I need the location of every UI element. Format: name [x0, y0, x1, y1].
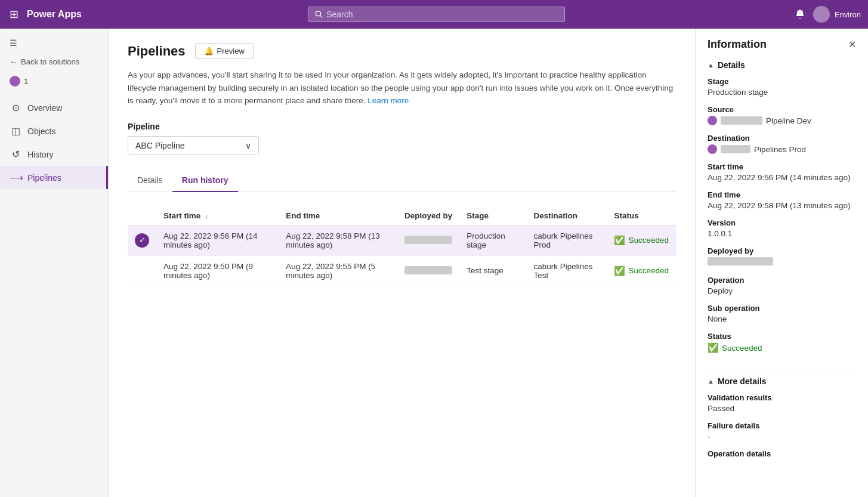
- sidebar-toggle[interactable]: ☰: [0, 33, 108, 53]
- row1-status: ✅ Succeeded: [607, 225, 676, 255]
- status-value: Succeeded: [722, 344, 762, 353]
- info-panel-header: Information ✕: [708, 38, 856, 51]
- close-button[interactable]: ✕: [848, 39, 856, 50]
- tab-run-history[interactable]: Run history: [172, 169, 238, 192]
- row1-start-time: Aug 22, 2022 9:56 PM (14 minutes ago): [156, 225, 279, 255]
- preview-button[interactable]: 🔔 Preview: [195, 43, 254, 59]
- status-succeeded: ✅ Succeeded: [614, 235, 669, 246]
- deployed-by-panel-blurred: [708, 257, 773, 266]
- failure-label: Failure details: [708, 421, 856, 430]
- pipeline-value: ABC Pipeline: [135, 141, 185, 150]
- chevron-down-icon: ∨: [245, 141, 251, 150]
- check-circle-icon: ✓: [135, 233, 149, 248]
- objects-icon: ◫: [10, 125, 21, 137]
- destination-blurred: [721, 145, 750, 153]
- info-status: Status ✅ Succeeded: [708, 332, 856, 353]
- search-input[interactable]: [326, 10, 558, 19]
- col-check: [128, 206, 156, 226]
- pipeline-label: Pipeline: [128, 122, 676, 131]
- svg-point-0: [316, 11, 320, 16]
- description-text: As your app advances, you'll start shari…: [128, 69, 676, 107]
- details-section-toggle[interactable]: ▲ Details: [708, 60, 856, 70]
- row2-stage: Test stage: [459, 255, 526, 286]
- table-row[interactable]: Aug 22, 2022 9:50 PM (9 minutes ago) Aug…: [128, 255, 676, 286]
- source-blurred: [721, 116, 762, 125]
- row2-destination: caburk Pipelines Test: [527, 255, 607, 286]
- row1-deployed-by: [397, 225, 459, 255]
- row2-status: ✅ Succeeded: [607, 255, 676, 286]
- table: Start time ↓ End time Deployed by Stage: [128, 206, 676, 286]
- failure-value: -: [708, 432, 856, 441]
- main-layout: ☰ ← Back to solutions 1 ⊙ Overview ◫ Obj…: [0, 29, 868, 497]
- end-time-label: End time: [708, 190, 856, 199]
- sidebar-item-objects[interactable]: ◫ Objects: [0, 119, 108, 143]
- version-value: 1.0.0.1: [708, 229, 856, 238]
- status-succeeded-panel: ✅ Succeeded: [708, 342, 856, 353]
- sidebar-item-pipelines[interactable]: ⟶ Pipelines: [0, 166, 108, 189]
- check-green-icon-2: ✅: [614, 266, 625, 276]
- col-destination: Destination: [527, 206, 607, 226]
- stage-value: Production stage: [708, 88, 856, 97]
- info-operation: Operation Deploy: [708, 276, 856, 295]
- deployed-by-label: Deployed by: [708, 246, 856, 255]
- row1-check: ✓: [128, 225, 156, 255]
- col-deployed-by: Deployed by: [397, 206, 459, 226]
- sidebar-item-overview[interactable]: ⊙ Overview: [0, 96, 108, 119]
- env-dot: [10, 76, 20, 87]
- status-label: Status: [708, 332, 856, 341]
- tabs: Details Run history: [128, 169, 676, 192]
- info-source: Source Pipeline Dev: [708, 105, 856, 125]
- more-details-label: More details: [718, 376, 767, 386]
- overview-icon: ⊙: [10, 102, 21, 113]
- row1-destination: caburk Pipelines Prod: [527, 225, 607, 255]
- col-stage: Stage: [459, 206, 526, 226]
- bell-icon[interactable]: [792, 6, 808, 23]
- back-label: Back to solutions: [21, 57, 79, 66]
- info-operation-details: Operation details: [708, 449, 856, 460]
- sidebar-nav: ⊙ Overview ◫ Objects ↺ History ⟶ Pipelin…: [0, 96, 108, 189]
- col-status: Status: [607, 206, 676, 226]
- back-to-solutions[interactable]: ← Back to solutions: [0, 53, 108, 71]
- deployed-by-blurred-2: [404, 266, 452, 274]
- sidebar-item-label-history: History: [27, 150, 54, 159]
- content-area: Pipelines 🔔 Preview As your app advances…: [109, 29, 695, 497]
- destination-text: Pipelines Prod: [754, 145, 806, 154]
- preview-icon: 🔔: [204, 47, 214, 55]
- info-panel: Information ✕ ▲ Details Stage Production…: [695, 29, 868, 497]
- sidebar-item-label-objects: Objects: [27, 126, 55, 136]
- avatar-icon[interactable]: [813, 6, 830, 23]
- source-dot-icon: [708, 116, 717, 125]
- start-time-value: Aug 22, 2022 9:56 PM (14 minutes ago): [708, 173, 856, 182]
- table-header-row: Start time ↓ End time Deployed by Stage: [128, 206, 676, 226]
- info-sub-operation: Sub operation None: [708, 304, 856, 323]
- divider: [708, 369, 856, 369]
- row2-end-time: Aug 22, 2022 9:55 PM (5 minutes ago): [279, 255, 397, 286]
- info-failure: Failure details -: [708, 421, 856, 441]
- sidebar-item-history[interactable]: ↺ History: [0, 143, 108, 166]
- svg-line-1: [320, 16, 322, 17]
- destination-value-row: Pipelines Prod: [708, 144, 856, 154]
- back-icon: ←: [10, 57, 17, 66]
- row2-start-time: Aug 22, 2022 9:50 PM (9 minutes ago): [156, 255, 279, 286]
- operation-label: Operation: [708, 276, 856, 285]
- col-start-time[interactable]: Start time ↓: [156, 206, 279, 226]
- tab-details[interactable]: Details: [128, 169, 172, 192]
- learn-more-link[interactable]: Learn more: [367, 96, 409, 105]
- source-text: Pipeline Dev: [766, 116, 811, 125]
- page-header: Pipelines 🔔 Preview: [128, 43, 676, 59]
- page-title: Pipelines: [128, 44, 186, 59]
- row2-deployed-by: [397, 255, 459, 286]
- check-green-icon: ✅: [614, 235, 625, 246]
- search-bar[interactable]: [308, 7, 565, 22]
- topbar-right: Environ: [792, 6, 861, 23]
- more-details-section-toggle[interactable]: ▲ More details: [708, 376, 856, 386]
- version-label: Version: [708, 218, 856, 227]
- table-row[interactable]: ✓ Aug 22, 2022 9:56 PM (14 minutes ago) …: [128, 225, 676, 255]
- details-section-label: Details: [718, 60, 745, 70]
- info-destination: Destination Pipelines Prod: [708, 134, 856, 154]
- col-end-time: End time: [279, 206, 397, 226]
- grid-icon[interactable]: ⊞: [7, 5, 21, 23]
- pipeline-dropdown[interactable]: ABC Pipeline ∨: [128, 136, 259, 155]
- info-panel-title: Information: [708, 38, 767, 51]
- env-selector[interactable]: 1: [0, 71, 108, 91]
